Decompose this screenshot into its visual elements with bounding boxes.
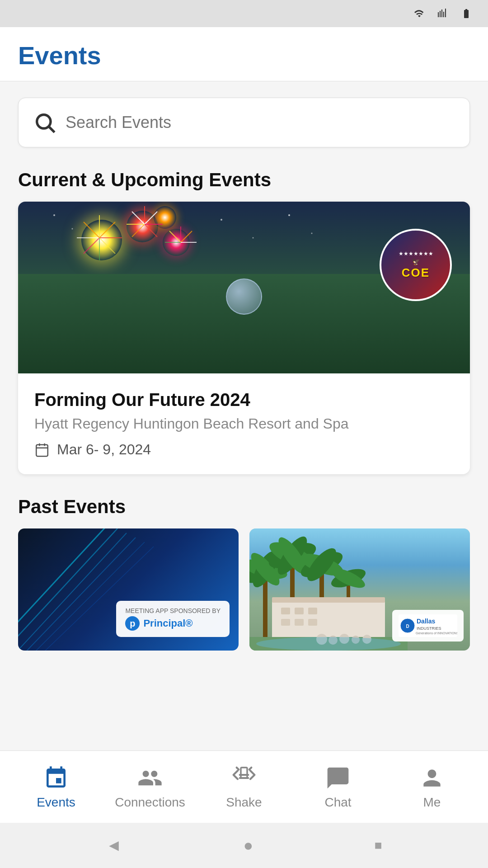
page-title: Events <box>18 41 470 70</box>
search-icon <box>33 111 56 134</box>
svg-point-24 <box>221 219 222 221</box>
principal-badge: MEETING APP SPONSORED BY p Principal® <box>116 601 230 637</box>
search-input[interactable] <box>66 113 455 132</box>
principal-logo: p Principal® <box>125 616 221 631</box>
firework-1 <box>81 220 122 260</box>
past-event-card-dallas[interactable]: D Dallas INDUSTRIES Generations of INNOV… <box>249 528 470 651</box>
past-events-title: Past Events <box>18 496 470 518</box>
firework-3 <box>163 229 190 256</box>
signal-icon <box>435 8 451 19</box>
svg-text:INDUSTRIES: INDUSTRIES <box>417 626 441 631</box>
svg-line-34 <box>18 533 127 651</box>
svg-rect-60 <box>295 619 304 626</box>
nav-chat-label: Chat <box>324 795 351 810</box>
principal-sponsored-text: MEETING APP SPONSORED BY <box>125 607 221 614</box>
svg-rect-58 <box>308 608 317 614</box>
svg-line-1 <box>49 127 55 132</box>
dome-structure <box>226 278 262 315</box>
nav-events-label: Events <box>37 795 75 810</box>
nav-connections-icon <box>136 764 164 792</box>
svg-point-69 <box>256 637 401 651</box>
svg-line-33 <box>18 528 117 651</box>
past-events-section: Past Events MEETING APP SPONSOR <box>18 496 470 651</box>
featured-event-card[interactable]: ★★★★★★★ 🦅 COE Forming Our Future 2024 Hy… <box>18 202 470 474</box>
svg-rect-61 <box>308 619 317 626</box>
nav-item-chat[interactable]: Chat <box>291 764 385 810</box>
svg-rect-28 <box>36 444 48 456</box>
nav-chat-icon <box>324 764 352 792</box>
featured-event-image: ★★★★★★★ 🦅 COE <box>18 202 470 373</box>
calendar-icon <box>34 442 50 458</box>
svg-rect-57 <box>295 608 304 614</box>
android-home-button[interactable]: ● <box>243 836 253 855</box>
coe-logo: ★★★★★★★ 🦅 COE <box>380 229 452 301</box>
nav-item-connections[interactable]: Connections <box>103 764 197 810</box>
nav-shake-label: Shake <box>226 795 262 810</box>
header: Events <box>0 27 488 81</box>
android-back-button[interactable]: ◄ <box>106 836 122 855</box>
nav-shake-icon <box>230 764 258 792</box>
wifi-icon <box>411 8 427 19</box>
current-events-title: Current & Upcoming Events <box>18 169 470 191</box>
svg-rect-56 <box>281 608 290 614</box>
svg-text:Generations of INNOVATIONS: Generations of INNOVATIONS <box>416 632 457 635</box>
android-nav-bar: ◄ ● ■ <box>0 823 488 868</box>
svg-point-26 <box>288 214 290 216</box>
svg-point-23 <box>72 228 73 230</box>
status-bar <box>0 0 488 27</box>
nav-item-shake[interactable]: Shake <box>197 764 291 810</box>
svg-text:Dallas: Dallas <box>417 618 435 625</box>
bottom-nav: Events Connections Shake <box>0 750 488 823</box>
search-box[interactable] <box>18 98 470 147</box>
principal-icon: p <box>125 616 140 631</box>
past-events-grid: MEETING APP SPONSORED BY p Principal® <box>18 528 470 651</box>
nav-item-me[interactable]: Me <box>385 764 479 810</box>
svg-point-25 <box>253 237 254 239</box>
nav-connections-label: Connections <box>115 795 185 810</box>
svg-point-0 <box>37 115 51 128</box>
android-recent-button[interactable]: ■ <box>375 838 382 853</box>
event-name: Forming Our Future 2024 <box>34 390 454 410</box>
nav-item-events[interactable]: Events <box>9 764 103 810</box>
battery-icon <box>458 8 474 19</box>
svg-rect-76 <box>241 767 247 778</box>
event-date: Mar 6- 9, 2024 <box>57 441 151 458</box>
nav-me-label: Me <box>423 795 441 810</box>
svg-rect-62 <box>272 597 385 603</box>
svg-point-22 <box>53 214 55 216</box>
svg-point-27 <box>311 233 313 234</box>
svg-rect-59 <box>281 619 290 626</box>
dallas-badge: D Dallas INDUSTRIES Generations of INNOV… <box>392 610 464 642</box>
event-location: Hyatt Regency Huntingon Beach Resort and… <box>34 415 454 432</box>
main-content: Current & Upcoming Events <box>0 81 488 750</box>
dallas-logo-svg: D Dallas INDUSTRIES Generations of INNOV… <box>399 614 457 637</box>
svg-text:D: D <box>406 624 409 629</box>
firework-4 <box>154 206 176 229</box>
event-date-row: Mar 6- 9, 2024 <box>34 441 454 458</box>
nav-events-icon <box>42 764 70 792</box>
past-event-card-principal[interactable]: MEETING APP SPONSORED BY p Principal® <box>18 528 239 651</box>
featured-event-info: Forming Our Future 2024 Hyatt Regency Hu… <box>18 373 470 474</box>
nav-me-icon <box>418 764 446 792</box>
principal-name: Principal® <box>143 618 192 629</box>
